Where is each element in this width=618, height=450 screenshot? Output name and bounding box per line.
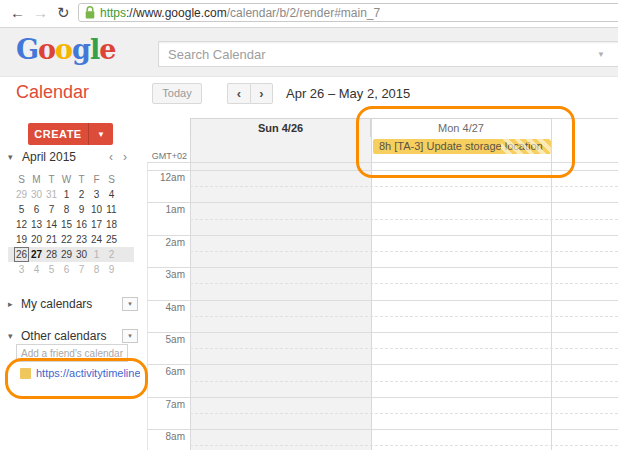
minical-prev-icon[interactable]: ‹ bbox=[109, 150, 113, 164]
hour-label: 5am bbox=[140, 334, 185, 345]
half-hour-line bbox=[190, 251, 618, 252]
minical-day[interactable]: 6 bbox=[29, 202, 44, 217]
search-placeholder: Search Calendar bbox=[168, 47, 266, 62]
minical-day[interactable]: 14 bbox=[44, 217, 59, 232]
minical-week-row: 262728293012 bbox=[8, 247, 134, 262]
sidebar: CREATE ▼ ▾ April 2015 ‹ › SMTWTFS 293031… bbox=[0, 110, 140, 450]
minical-day[interactable]: 15 bbox=[59, 217, 74, 232]
url-text: https://www.google.com/calendar/b/2/rend… bbox=[100, 6, 380, 20]
minical-week-row: 19202122232425 bbox=[8, 232, 134, 247]
minical-day[interactable]: 29 bbox=[59, 247, 74, 262]
today-button[interactable]: Today bbox=[152, 83, 202, 104]
event-chip[interactable]: 8h [TA-3] Update storage location bbox=[373, 139, 551, 154]
minical-day[interactable]: 6 bbox=[59, 262, 74, 277]
my-calendars-menu-button[interactable]: ▾ bbox=[122, 297, 138, 311]
minical-day[interactable]: 4 bbox=[104, 187, 119, 202]
forward-icon[interactable]: → bbox=[33, 3, 48, 23]
minical-title: April 2015 bbox=[22, 150, 76, 164]
create-button-label: CREATE bbox=[28, 128, 88, 140]
minical-dow: T bbox=[44, 172, 59, 187]
minical-day[interactable]: 4 bbox=[29, 262, 44, 277]
half-hour-line bbox=[190, 186, 618, 187]
minical-day[interactable]: 29 bbox=[14, 187, 29, 202]
minical-day[interactable]: 7 bbox=[74, 262, 89, 277]
reload-icon[interactable]: ↻ bbox=[57, 3, 70, 23]
minical-day[interactable]: 5 bbox=[44, 262, 59, 277]
hour-label: 4am bbox=[140, 302, 185, 313]
minical-day[interactable]: 11 bbox=[104, 202, 119, 217]
minical-dow: S bbox=[14, 172, 29, 187]
minical-day[interactable]: 19 bbox=[14, 232, 29, 247]
minical-day[interactable]: 9 bbox=[74, 202, 89, 217]
minical-day[interactable]: 12 bbox=[14, 217, 29, 232]
minical-day[interactable]: 24 bbox=[89, 232, 104, 247]
minical-day[interactable]: 23 bbox=[74, 232, 89, 247]
minical-day[interactable]: 18 bbox=[104, 217, 119, 232]
half-hour-line bbox=[190, 316, 618, 317]
search-options-caret-icon[interactable]: ▼ bbox=[597, 50, 605, 59]
back-icon[interactable]: ← bbox=[10, 3, 25, 23]
minical-day[interactable]: 20 bbox=[29, 232, 44, 247]
address-bar[interactable]: https://www.google.com/calendar/b/2/rend… bbox=[78, 3, 618, 22]
calendar-list-item[interactable]: https://activitytimeline… bbox=[20, 367, 138, 381]
minical-collapse-icon[interactable]: ▾ bbox=[8, 152, 13, 162]
mini-calendar-header: ▾ April 2015 ‹ › bbox=[8, 150, 134, 166]
minical-day[interactable]: 22 bbox=[59, 232, 74, 247]
minical-day[interactable]: 5 bbox=[14, 202, 29, 217]
create-caret-icon[interactable]: ▼ bbox=[89, 130, 113, 139]
other-calendars-section[interactable]: ▾ Other calendars ▾ bbox=[8, 329, 138, 345]
google-logo: Google bbox=[16, 34, 115, 66]
my-calendars-section[interactable]: ▸ My calendars ▾ bbox=[8, 297, 138, 313]
add-friend-calendar-input[interactable] bbox=[16, 344, 128, 362]
minical-day[interactable]: 3 bbox=[14, 262, 29, 277]
app-header: Google Search Calendar ▼ bbox=[0, 28, 618, 77]
minical-day[interactable]: 8 bbox=[89, 262, 104, 277]
minical-day[interactable]: 1 bbox=[89, 247, 104, 262]
page-title: Calendar bbox=[16, 82, 89, 103]
minical-day[interactable]: 30 bbox=[29, 187, 44, 202]
hour-label: 8am bbox=[140, 431, 185, 442]
minical-day[interactable]: 17 bbox=[89, 217, 104, 232]
minical-day[interactable]: 27 bbox=[29, 247, 44, 262]
minical-day[interactable]: 13 bbox=[29, 217, 44, 232]
minical-next-icon[interactable]: › bbox=[123, 150, 127, 164]
other-calendars-menu-button[interactable]: ▾ bbox=[122, 329, 138, 343]
minical-day[interactable]: 1 bbox=[59, 187, 74, 202]
day-header-mon[interactable]: Mon 4/27 bbox=[371, 118, 551, 137]
hour-line bbox=[147, 267, 618, 268]
minical-day[interactable]: 26 bbox=[14, 247, 29, 262]
minical-dow: S bbox=[104, 172, 119, 187]
hour-label: 6am bbox=[140, 366, 185, 377]
minical-week-row: 2930311234 bbox=[8, 187, 134, 202]
other-calendars-expand-icon[interactable]: ▾ bbox=[8, 331, 13, 341]
create-button[interactable]: CREATE ▼ bbox=[28, 123, 113, 145]
minical-day[interactable]: 9 bbox=[104, 262, 119, 277]
minical-day[interactable]: 2 bbox=[74, 187, 89, 202]
minical-day[interactable]: 25 bbox=[104, 232, 119, 247]
minical-day[interactable]: 28 bbox=[44, 247, 59, 262]
minical-day[interactable]: 31 bbox=[44, 187, 59, 202]
my-calendars-label: My calendars bbox=[21, 297, 92, 311]
prev-week-button[interactable]: ‹ bbox=[227, 83, 250, 104]
half-hour-line bbox=[190, 283, 618, 284]
minical-day[interactable]: 3 bbox=[89, 187, 104, 202]
day-header-sun[interactable]: Sun 4/26 bbox=[190, 118, 371, 137]
search-input[interactable]: Search Calendar ▼ bbox=[158, 41, 618, 67]
minical-day[interactable]: 7 bbox=[44, 202, 59, 217]
minical-day[interactable]: 8 bbox=[59, 202, 74, 217]
hour-label: 2am bbox=[140, 237, 185, 248]
hour-line bbox=[147, 202, 618, 203]
hour-label: 1am bbox=[140, 204, 185, 215]
my-calendars-expand-icon[interactable]: ▸ bbox=[8, 299, 13, 309]
minical-day[interactable]: 10 bbox=[89, 202, 104, 217]
minical-dow: F bbox=[89, 172, 104, 187]
allday-bottom-line bbox=[147, 162, 618, 163]
minical-day[interactable]: 2 bbox=[104, 247, 119, 262]
logo-letter: o bbox=[55, 34, 72, 65]
calendar-color-swatch[interactable] bbox=[20, 368, 31, 379]
minical-day[interactable]: 30 bbox=[74, 247, 89, 262]
mini-calendar: ▾ April 2015 ‹ › SMTWTFS 293031123456789… bbox=[8, 150, 134, 277]
next-week-button[interactable]: › bbox=[250, 83, 273, 104]
minical-day[interactable]: 21 bbox=[44, 232, 59, 247]
minical-day[interactable]: 16 bbox=[74, 217, 89, 232]
